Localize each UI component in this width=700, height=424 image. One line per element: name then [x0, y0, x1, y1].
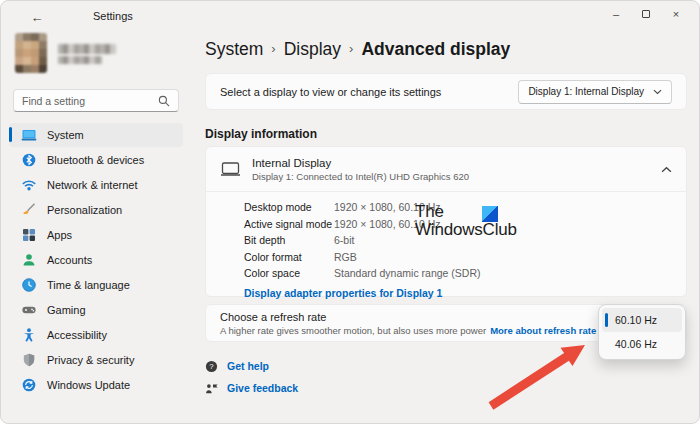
accessibility-icon — [21, 327, 37, 343]
breadcrumb: System › Display › Advanced display — [205, 39, 510, 60]
breadcrumb-separator: › — [271, 41, 275, 56]
feedback-icon — [205, 382, 218, 395]
search-icon — [158, 95, 170, 107]
sidebar-item-label: Personalization — [47, 204, 122, 216]
chevron-up-icon[interactable] — [661, 166, 672, 173]
window-controls: – × — [601, 1, 691, 27]
internal-display-expander[interactable]: Internal Display Display 1: Connected to… — [206, 147, 686, 191]
sidebar-item-privacy-security[interactable]: Privacy & security — [9, 348, 183, 372]
sidebar-item-windows-update[interactable]: Windows Update — [9, 373, 183, 397]
user-name-redacted — [58, 44, 116, 54]
back-button[interactable]: ← — [27, 8, 47, 26]
row-label: Bit depth — [244, 232, 334, 249]
windows-update-icon — [21, 377, 37, 393]
privacy-security-icon — [21, 352, 37, 368]
sidebar-item-label: Time & language — [47, 279, 130, 291]
footer-link-label: Give feedback — [227, 382, 298, 394]
row-label: Color space — [244, 265, 334, 282]
selected-indicator — [605, 313, 608, 327]
user-email-redacted — [58, 56, 102, 64]
display-card-title: Internal Display — [252, 157, 661, 169]
row-value: Standard dynamic range (SDR) — [334, 265, 480, 282]
network-icon — [21, 177, 37, 193]
thewindowsclub-logo-icon — [482, 206, 498, 222]
sidebar-item-label: Accounts — [47, 254, 92, 266]
display-card-subtitle: Display 1: Connected to Intel(R) UHD Gra… — [252, 171, 661, 182]
sidebar-nav: System Bluetooth & devices Network & int… — [9, 123, 183, 398]
row-label: Active signal mode — [244, 216, 334, 233]
sidebar-item-label: System — [47, 129, 84, 141]
accounts-icon — [21, 252, 37, 268]
sidebar-item-label: Accessibility — [47, 329, 107, 341]
app-title: Settings — [93, 10, 133, 22]
option-label: 40.06 Hz — [615, 338, 657, 350]
sidebar-item-network-internet[interactable]: Network & internet — [9, 173, 183, 197]
system-icon — [21, 127, 37, 143]
display-select-dropdown[interactable]: Display 1: Internal Display — [518, 80, 672, 104]
breadcrumb-display[interactable]: Display — [284, 39, 341, 60]
time-language-icon — [21, 277, 37, 293]
close-button[interactable]: × — [661, 1, 691, 27]
personalization-icon — [21, 202, 37, 218]
avatar[interactable] — [15, 33, 47, 73]
more-about-refresh-rate-link[interactable]: More about refresh rate — [490, 325, 596, 336]
info-row-color-format: Color format RGB — [244, 249, 672, 266]
sidebar-item-apps[interactable]: Apps — [9, 223, 183, 247]
sidebar-item-label: Apps — [47, 229, 72, 241]
get-help-link[interactable]: ? Get help — [205, 355, 298, 377]
row-value: 6-bit — [334, 232, 354, 249]
sidebar-item-time-language[interactable]: Time & language — [9, 273, 183, 297]
display-select-value: Display 1: Internal Display — [528, 86, 644, 97]
breadcrumb-separator: › — [349, 41, 353, 56]
apps-icon — [21, 227, 37, 243]
page-title: Advanced display — [361, 39, 510, 60]
sidebar-item-accessibility[interactable]: Accessibility — [9, 323, 183, 347]
chevron-down-icon — [653, 89, 662, 95]
svg-text:?: ? — [209, 362, 214, 371]
footer-links: ? Get help Give feedback — [205, 355, 298, 399]
monitor-icon — [220, 161, 241, 177]
refresh-option-60hz[interactable]: 60.10 Hz — [602, 308, 682, 332]
refresh-rate-flyout: 60.10 Hz 40.06 Hz — [598, 304, 686, 360]
refresh-rate-description-text: A higher rate gives smoother motion, but… — [220, 325, 486, 336]
maximize-button[interactable] — [631, 1, 661, 27]
bluetooth-icon — [21, 152, 37, 168]
option-label: 60.10 Hz — [615, 314, 657, 326]
section-heading: Display information — [205, 127, 317, 141]
selected-indicator — [9, 127, 12, 142]
sidebar-item-label: Windows Update — [47, 379, 130, 391]
minimize-button[interactable]: – — [601, 1, 631, 27]
help-icon: ? — [205, 360, 218, 373]
sidebar-item-accounts[interactable]: Accounts — [9, 248, 183, 272]
info-row-color-space: Color space Standard dynamic range (SDR) — [244, 265, 672, 282]
watermark-line1: The — [415, 203, 517, 221]
refresh-option-40hz[interactable]: 40.06 Hz — [602, 332, 682, 356]
select-display-label: Select a display to view or change its s… — [220, 86, 441, 98]
sidebar-item-personalization[interactable]: Personalization — [9, 198, 183, 222]
select-display-card: Select a display to view or change its s… — [205, 73, 687, 110]
display-adapter-properties-link[interactable]: Display adapter properties for Display 1 — [244, 287, 442, 299]
sidebar-item-label: Bluetooth & devices — [47, 154, 144, 166]
sidebar-item-label: Gaming — [47, 304, 86, 316]
sidebar-item-label: Network & internet — [47, 179, 137, 191]
give-feedback-link[interactable]: Give feedback — [205, 377, 298, 399]
row-label: Desktop mode — [244, 199, 334, 216]
search-box — [13, 89, 179, 112]
watermark-line2: WindowsClub — [415, 221, 517, 239]
footer-link-label: Get help — [227, 360, 269, 372]
maximize-icon — [642, 10, 650, 18]
thewindowsclub-watermark: The WindowsClub — [415, 203, 517, 239]
breadcrumb-system[interactable]: System — [205, 39, 263, 60]
sidebar-item-label: Privacy & security — [47, 354, 134, 366]
row-label: Color format — [244, 249, 334, 266]
gaming-icon — [21, 302, 37, 318]
settings-window: ← Settings – × System — [0, 0, 700, 424]
sidebar-item-system[interactable]: System — [9, 123, 183, 147]
row-value: RGB — [334, 249, 357, 266]
search-input[interactable] — [22, 95, 158, 107]
sidebar-item-bluetooth-devices[interactable]: Bluetooth & devices — [9, 148, 183, 172]
sidebar-item-gaming[interactable]: Gaming — [9, 298, 183, 322]
